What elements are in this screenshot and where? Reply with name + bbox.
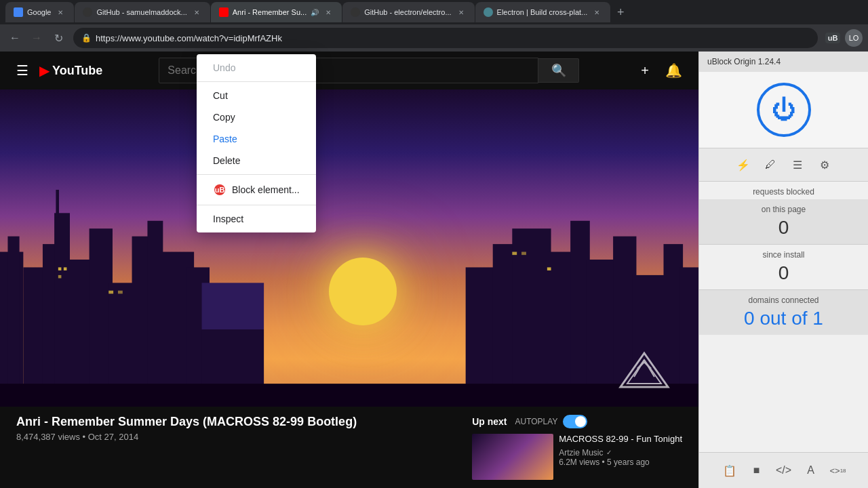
like-button[interactable]: 👍 125K <box>16 486 72 489</box>
list-button[interactable]: ☰ <box>787 154 808 176</box>
tab-close-youtube[interactable]: ✕ <box>323 7 334 18</box>
youtube-logo[interactable]: ▶ YouTube <box>39 62 102 79</box>
rec-channel-name: Artzie Music <box>559 448 603 458</box>
create-button[interactable]: + <box>635 58 654 84</box>
dislike-button[interactable]: 👎 1K <box>83 486 129 489</box>
ublock-footer-toolbar: 📋 ■ </> A <>18 <box>699 452 868 488</box>
url-bar[interactable]: 🔒 https://www.youtube.com/watch?v=idipMr… <box>73 28 818 48</box>
share-button[interactable]: ↗ SHARE <box>140 486 201 489</box>
toggle-knob <box>575 416 586 427</box>
svg-marker-34 <box>620 353 668 387</box>
font-button[interactable]: A <box>799 458 823 483</box>
context-menu-separator-3 <box>197 205 316 205</box>
context-menu-cut[interactable]: Cut <box>197 85 316 106</box>
ublock-power-button[interactable]: ⏻ <box>757 83 811 137</box>
tab-close-github-electron[interactable]: ✕ <box>456 7 467 18</box>
up-next-header: Up next AUTOPLAY <box>472 415 682 480</box>
profile-button[interactable]: LO <box>845 29 863 47</box>
recommendation-card[interactable]: MACROSS 82-99 - Fun Tonight Artzie Music… <box>472 434 682 480</box>
rec-info: MACROSS 82-99 - Fun Tonight Artzie Music… <box>559 434 682 480</box>
view-count: 8,474,387 views <box>16 432 80 442</box>
video-meta: 8,474,387 views • Oct 27, 2014 <box>16 432 357 442</box>
date-separator: • <box>83 432 88 442</box>
reload-button[interactable]: ↻ <box>49 28 68 47</box>
new-tab-button[interactable]: + <box>611 3 630 22</box>
code-button[interactable]: <>18 <box>826 458 850 483</box>
tab-github-electron[interactable]: GitHub - electron/electro... ✕ <box>342 2 474 22</box>
svg-rect-28 <box>58 274 62 278</box>
tab-electron-build[interactable]: Electron | Build cross-plat... ✕ <box>475 2 611 22</box>
menu-icon[interactable]: ☰ <box>11 57 34 84</box>
inspect-label: Inspect <box>213 214 243 224</box>
back-button[interactable]: ← <box>5 28 24 47</box>
tab-close-google[interactable]: ✕ <box>55 7 66 18</box>
context-menu-paste[interactable]: Paste <box>197 128 316 150</box>
video-title-row: Anri - Remember Summer Days (MACROSS 82-… <box>16 415 682 480</box>
context-menu-block-element[interactable]: uB Block element... <box>197 178 316 202</box>
eyedropper-button[interactable]: 🖊 <box>760 154 781 176</box>
up-next-section: Up next AUTOPLAY <box>472 415 682 480</box>
rec-thumb-image <box>472 434 553 480</box>
page-content: ☰ ▶ YouTube 🔍 + 🔔 <box>0 52 868 488</box>
cut-label: Cut <box>213 90 228 101</box>
ublock-button[interactable]: uB <box>823 28 842 47</box>
lock-icon: 🔒 <box>81 33 92 43</box>
ublock-logo-area: ⏻ <box>699 72 868 148</box>
forward-button[interactable]: → <box>27 28 46 47</box>
video-background <box>0 89 698 407</box>
on-this-page-section: on this page 0 <box>699 199 868 244</box>
up-next-title-row: Up next AUTOPLAY <box>472 415 682 428</box>
domains-connected-label: domains connected <box>710 290 857 308</box>
context-menu-copy[interactable]: Copy <box>197 106 316 128</box>
context-menu-undo[interactable]: Undo <box>197 57 316 79</box>
tab-title-google: Google <box>27 8 51 16</box>
tab-github-samuel[interactable]: GitHub - samuelmaddock... ✕ <box>75 2 210 22</box>
tab-bar: Google ✕ GitHub - samuelmaddock... ✕ Anr… <box>0 0 868 24</box>
rec-title: MACROSS 82-99 - Fun Tonight <box>559 434 682 445</box>
autoplay-area: AUTOPLAY <box>515 415 588 428</box>
tab-close-electron-build[interactable]: ✕ <box>591 7 602 18</box>
search-button[interactable]: 🔍 <box>538 58 579 83</box>
svg-rect-29 <box>108 290 113 293</box>
extensions-area: uB LO <box>823 28 863 47</box>
video-container[interactable] <box>0 89 698 407</box>
logger-button[interactable]: ■ <box>745 458 769 483</box>
context-menu-separator-1 <box>197 81 316 82</box>
svg-rect-33 <box>547 267 551 270</box>
tab-favicon-electron-build <box>484 7 493 17</box>
more-button[interactable]: ••• <box>273 485 295 488</box>
svg-rect-27 <box>64 267 67 270</box>
element-picker-button[interactable]: </> <box>772 458 796 483</box>
lightning-button[interactable]: ⚡ <box>732 154 754 176</box>
tab-favicon-github-samuel <box>83 7 92 17</box>
copy-log-button[interactable]: 📋 <box>717 458 742 483</box>
tab-google[interactable]: Google ✕ <box>5 2 74 22</box>
video-info-bar: Anri - Remember Summer Days (MACROSS 82-… <box>0 407 698 488</box>
since-install-count: 0 <box>710 262 857 289</box>
on-this-page-label: on this page <box>710 199 857 217</box>
audio-icon: 🔊 <box>311 9 319 16</box>
since-install-section: since install 0 <box>699 245 868 289</box>
sliders-button[interactable]: ⚙ <box>814 154 835 176</box>
youtube-logo-text: YouTube <box>52 64 102 78</box>
video-title-area: Anri - Remember Summer Days (MACROSS 82-… <box>16 415 357 442</box>
tab-youtube[interactable]: Anri - Remember Su... 🔊 ✕ <box>211 2 342 22</box>
autoplay-toggle[interactable] <box>563 415 587 428</box>
tab-favicon-github-electron <box>351 7 360 17</box>
requests-blocked-label: requests blocked <box>710 182 857 199</box>
navigation-buttons: ← → ↻ <box>5 28 68 47</box>
autoplay-label: AUTOPLAY <box>515 417 558 426</box>
notifications-button[interactable]: 🔔 <box>660 57 688 84</box>
undo-label: Undo <box>213 62 235 73</box>
svg-rect-32 <box>521 251 526 255</box>
tab-close-github-samuel[interactable]: ✕ <box>191 7 202 18</box>
context-menu-delete[interactable]: Delete <box>197 150 316 171</box>
domains-count: 0 out of 1 <box>710 308 857 335</box>
watermark <box>617 350 671 393</box>
video-title: Anri - Remember Summer Days (MACROSS 82-… <box>16 415 357 429</box>
header-actions: + 🔔 <box>635 57 688 84</box>
context-menu-inspect[interactable]: Inspect <box>197 208 316 230</box>
publish-date: Oct 27, 2014 <box>88 432 138 442</box>
youtube-header: ☰ ▶ YouTube 🔍 + 🔔 <box>0 52 698 89</box>
delete-label: Delete <box>213 155 240 166</box>
